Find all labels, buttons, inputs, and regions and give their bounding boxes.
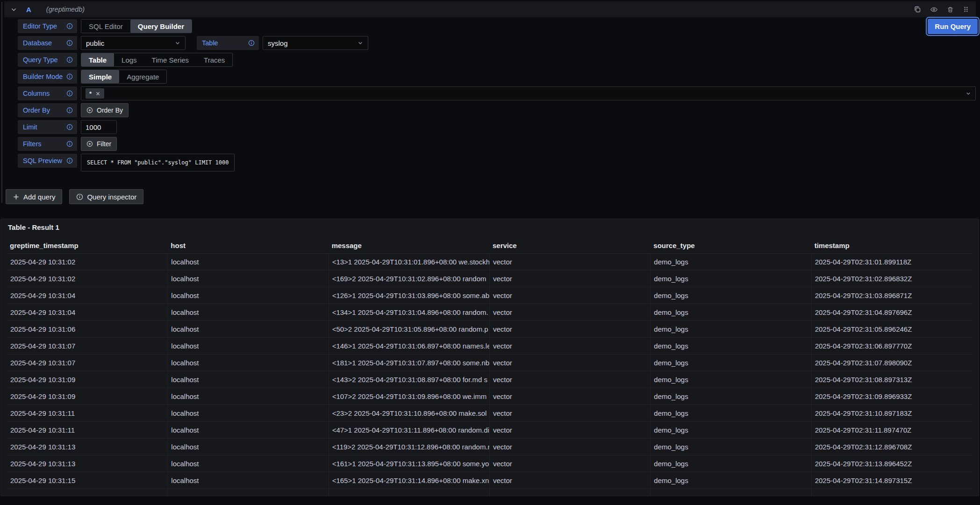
button-label: Query inspector: [87, 193, 136, 201]
result-panel: Table - Result 1 greptime_timestamphostm…: [0, 219, 979, 496]
form-row-limit: Limit 1000: [18, 120, 117, 134]
field-label-database: Database: [18, 36, 77, 50]
add-order-by-button[interactable]: Order By: [81, 103, 129, 117]
table-cell: <143>2 2025-04-29T10:31:08.897+08:00 for…: [329, 371, 490, 388]
option-query-builder[interactable]: Query Builder: [130, 20, 192, 33]
table-row: 2025-04-29 10:31:09localhost<107>2 2025-…: [7, 388, 973, 405]
table-select[interactable]: syslog: [263, 36, 368, 50]
table-cell: localhost: [168, 388, 329, 405]
info-icon[interactable]: [66, 73, 73, 80]
field-label-builder-mode: Builder Mode: [18, 70, 77, 84]
info-icon[interactable]: [66, 141, 73, 147]
query-ref-id: A: [26, 6, 31, 14]
run-query-button[interactable]: Run Query: [928, 19, 978, 34]
column-header-timestamp[interactable]: timestamp: [812, 242, 973, 249]
table-spacer-cell: [329, 489, 490, 496]
field-label-text: Query Type: [23, 56, 58, 64]
column-header-greptime_timestamp[interactable]: greptime_timestamp: [7, 242, 168, 249]
field-label-order-by: Order By: [18, 103, 77, 117]
info-icon[interactable]: [248, 40, 255, 46]
database-select[interactable]: public: [81, 36, 186, 50]
table-cell: 2025-04-29T02:31:09.896933Z: [812, 388, 973, 405]
table-cell: demo_logs: [651, 439, 811, 455]
form-row-query-type: Query Type Table Logs Time Series Traces: [18, 53, 233, 67]
columns-multiselect[interactable]: *: [81, 86, 976, 100]
table-cell: demo_logs: [651, 338, 811, 354]
column-header-service[interactable]: service: [490, 242, 651, 249]
chevron-down-icon: [966, 91, 971, 96]
info-icon[interactable]: [66, 57, 73, 63]
table-header-row: greptime_timestamphostmessageservicesour…: [7, 242, 973, 254]
table-cell: vector: [490, 270, 651, 287]
add-filter-button[interactable]: Filter: [81, 137, 117, 151]
builder-mode-switch: Simple Aggregate: [81, 70, 167, 84]
field-label-editor-type: Editor Type: [18, 19, 77, 33]
limit-input[interactable]: 1000: [81, 120, 117, 134]
info-icon[interactable]: [66, 23, 73, 29]
info-icon[interactable]: [66, 90, 73, 97]
info-icon[interactable]: [66, 40, 73, 46]
table-cell: demo_logs: [651, 254, 811, 270]
option-time-series[interactable]: Time Series: [144, 53, 196, 66]
sql-preview-code: SELECT * FROM "public"."syslog" LIMIT 10…: [81, 154, 235, 171]
hide-icon[interactable]: [930, 6, 938, 14]
table-row: 2025-04-29 10:31:04localhost<134>1 2025-…: [7, 304, 973, 321]
info-icon[interactable]: [66, 157, 73, 164]
table-spacer-row: [7, 489, 973, 496]
table-cell: vector: [490, 472, 651, 489]
table-cell: localhost: [168, 371, 329, 388]
table-cell: <119>2 2025-04-29T10:31:12.896+08:00 ran…: [329, 439, 490, 455]
table-cell: 2025-04-29 10:31:07: [7, 338, 168, 354]
form-row-editor-type: Editor Type SQL Editor Query Builder: [18, 19, 192, 33]
option-logs[interactable]: Logs: [114, 53, 144, 66]
table-cell: localhost: [168, 321, 329, 337]
field-label-limit: Limit: [18, 120, 77, 134]
table-cell: 2025-04-29 10:31:13: [7, 455, 168, 472]
duplicate-icon[interactable]: [914, 6, 921, 13]
query-inspector-button[interactable]: Query inspector: [69, 189, 143, 204]
table-cell: localhost: [168, 270, 329, 287]
column-header-message[interactable]: message: [329, 242, 490, 249]
table-cell: <13>1 2025-04-29T10:31:01.896+08:00 we.s…: [329, 254, 490, 270]
drag-handle-icon[interactable]: [963, 6, 969, 13]
form-row-order-by: Order By Order By: [18, 103, 129, 117]
table-cell: 2025-04-29T02:31:08.897313Z: [812, 371, 973, 388]
table-cell: vector: [490, 355, 651, 371]
info-icon[interactable]: [66, 124, 73, 130]
option-sql-editor[interactable]: SQL Editor: [81, 20, 130, 33]
delete-icon[interactable]: [947, 6, 954, 13]
option-table[interactable]: Table: [81, 53, 114, 66]
query-row-header[interactable]: A (greptimedb): [4, 1, 976, 17]
button-label: Order By: [97, 107, 123, 114]
column-header-host[interactable]: host: [168, 242, 329, 249]
form-row-builder-mode: Builder Mode Simple Aggregate: [18, 70, 167, 84]
table-cell: 2025-04-29T02:31:02.896832Z: [812, 270, 973, 287]
chevron-down-icon: [358, 40, 363, 46]
field-label-filters: Filters: [18, 137, 77, 151]
table-cell: demo_logs: [651, 321, 811, 337]
table-cell: 2025-04-29 10:31:06: [7, 321, 168, 337]
plus-icon: [13, 193, 20, 200]
column-header-source_type[interactable]: source_type: [651, 242, 811, 249]
table-cell: 2025-04-29T02:31:07.898090Z: [812, 355, 973, 371]
table-cell: vector: [490, 371, 651, 388]
table-cell: demo_logs: [651, 455, 811, 472]
option-simple[interactable]: Simple: [81, 70, 119, 83]
table-row: 2025-04-29 10:31:04localhost<126>1 2025-…: [7, 287, 973, 304]
table-row: 2025-04-29 10:31:11localhost<47>1 2025-0…: [7, 422, 973, 439]
table-cell: vector: [490, 287, 651, 304]
form-row-database-table: Database public Table syslog: [18, 36, 368, 50]
form-row-filters: Filters Filter: [18, 137, 117, 151]
field-label-text: Table: [202, 39, 218, 47]
option-traces[interactable]: Traces: [196, 53, 232, 66]
table-row: 2025-04-29 10:31:02localhost<13>1 2025-0…: [7, 254, 973, 270]
field-label-text: Order By: [23, 107, 50, 114]
field-label-text: Filters: [23, 140, 41, 148]
option-aggregate[interactable]: Aggregate: [119, 70, 166, 83]
table-cell: demo_logs: [651, 355, 811, 371]
add-query-button[interactable]: Add query: [6, 189, 62, 204]
table-cell: 2025-04-29T02:31:04.897696Z: [812, 304, 973, 320]
info-icon[interactable]: [66, 107, 73, 114]
chevron-down-icon[interactable]: [11, 7, 17, 13]
remove-chip-icon[interactable]: [95, 91, 100, 96]
